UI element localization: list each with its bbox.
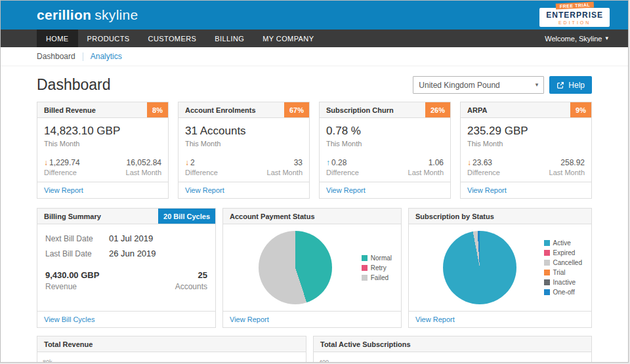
legend-item: Expired (544, 249, 582, 256)
kpi-diff-label: Difference (44, 169, 77, 176)
nav-item-products[interactable]: PRODUCTS (78, 30, 139, 47)
revenue-value: 9,430.00 GBP (45, 270, 99, 280)
legend-item: Cancelled (544, 259, 582, 266)
kpi-diff-label: Difference (467, 169, 500, 176)
total-active-subscriptions-card: Total Active Subscriptions 400 (313, 336, 592, 363)
last-bill-date-label: Last Bill Date (45, 249, 109, 258)
kpi-period: This Month (467, 140, 585, 148)
down-arrow-icon: ↓ (44, 158, 48, 167)
kpi-last-label: Last Month (408, 169, 444, 176)
y-axis-tick: 80k (43, 359, 52, 363)
kpi-value: 0.78 % (326, 125, 444, 138)
bill-cycles-badge: 20 Bill Cycles (158, 209, 215, 224)
nav-item-home[interactable]: HOME (37, 30, 78, 47)
view-report-link[interactable]: View Report (467, 186, 507, 194)
card-header: Subscription Churn 26% (320, 102, 450, 118)
kpi-last-value: 258.92 (560, 158, 585, 167)
view-report-link[interactable]: View Report (326, 186, 366, 194)
next-bill-date-label: Next Bill Date (45, 234, 109, 243)
kpi-percentage-badge: 9% (570, 102, 591, 117)
external-link-icon (556, 81, 564, 89)
card-title: Subscription by Status (415, 212, 494, 220)
accounts-label: Accounts (175, 282, 207, 291)
legend-swatch (544, 250, 550, 256)
legend-label: Failed (371, 274, 388, 281)
up-arrow-icon: ↑ (326, 158, 330, 167)
view-report-link[interactable]: View Report (185, 186, 224, 194)
legend-swatch (362, 275, 368, 281)
legend-item: Active (544, 239, 582, 247)
toolbar-controls: United Kingdom Pound ▾ Help (413, 76, 592, 94)
card-header: Total Active Subscriptions (314, 336, 591, 352)
legend-item: Trial (544, 269, 582, 276)
card-footer: View Bill Cycles (37, 311, 215, 327)
nav-item-my-company[interactable]: MY COMPANY (253, 30, 323, 47)
kpi-diff-value: 23.63 (472, 158, 492, 167)
legend-item: Failed (362, 274, 392, 281)
card-title: Billed Revenue (44, 106, 96, 114)
total-revenue-chart: 80k (37, 352, 306, 363)
kpi-last-value: 1.06 (429, 158, 444, 167)
view-bill-cycles-link[interactable]: View Bill Cycles (44, 315, 94, 323)
down-arrow-icon: ↓ (467, 158, 471, 167)
card-title: Total Revenue (44, 340, 93, 348)
user-menu[interactable]: Welcome, Skyline ▾ (545, 30, 628, 47)
card-title: ARPA (467, 106, 487, 114)
legend-swatch (544, 240, 550, 246)
legend-label: One-off (553, 289, 575, 296)
legend-item: One-off (544, 289, 582, 296)
edition-label: EDITION (546, 20, 603, 25)
kpi-last-label: Last Month (549, 169, 585, 176)
middle-row: Billing Summary 20 Bill Cycles Next Bill… (37, 208, 592, 328)
view-report-link[interactable]: View Report (230, 315, 269, 323)
app-header: cerillionskyline FREE TRIAL ENTERPRISE E… (1, 1, 628, 30)
card-header: Billing Summary 20 Bill Cycles (37, 209, 215, 224)
gridline (333, 362, 586, 363)
card-header: Account Enrolments 67% (178, 102, 309, 118)
gridline (56, 362, 301, 363)
card-header: Account Payment Status (223, 209, 401, 224)
main-nav: HOME PRODUCTS CUSTOMERS BILLING MY COMPA… (1, 30, 628, 47)
revenue-label: Revenue (45, 282, 99, 291)
edition-box: ENTERPRISE EDITION (539, 8, 610, 27)
view-report-link[interactable]: View Report (44, 186, 83, 194)
chevron-down-icon: ▾ (605, 35, 608, 41)
kpi-last-label: Last Month (126, 169, 161, 176)
view-report-link[interactable]: View Report (415, 315, 455, 323)
y-axis-tick: 400 (319, 359, 329, 363)
kpi-row: Billed Revenue 8% 14,823.10 GBP This Mon… (37, 102, 592, 199)
subnav-dashboard[interactable]: Dashboard (37, 52, 75, 61)
nav-item-customers[interactable]: CUSTOMERS (139, 30, 206, 47)
currency-select[interactable]: United Kingdom Pound ▾ (413, 76, 544, 94)
subnav-analytics[interactable]: Analytics (91, 52, 122, 61)
card-header: ARPA 9% (461, 102, 591, 118)
help-button-label: Help (568, 81, 585, 90)
kpi-period: This Month (185, 140, 303, 148)
card-footer: View Report (409, 311, 591, 327)
card-title: Account Payment Status (230, 212, 315, 220)
legend-swatch (544, 289, 550, 295)
nav-item-billing[interactable]: BILLING (205, 30, 253, 47)
kpi-last-value: 33 (294, 158, 303, 167)
logo-skyline: skyline (94, 7, 138, 22)
legend-swatch (362, 265, 368, 271)
logo[interactable]: cerillionskyline (37, 7, 138, 23)
legend-label: Normal (371, 254, 392, 262)
app-window: cerillionskyline FREE TRIAL ENTERPRISE E… (0, 0, 629, 363)
legend-label: Retry (371, 264, 387, 272)
kpi-value: 14,823.10 GBP (44, 125, 161, 138)
card-footer: View Report (320, 182, 450, 198)
card-footer: View Report (461, 182, 591, 198)
help-button[interactable]: Help (549, 76, 592, 94)
legend-label: Active (553, 239, 571, 247)
logo-cerillion: cerillion (37, 7, 91, 22)
kpi-card-account-enrolments: Account Enrolments 67% 31 Accounts This … (178, 102, 310, 199)
page-title: Dashboard (37, 76, 111, 94)
kpi-body: 14,823.10 GBP This Month ↓1,229.74 16,05… (37, 118, 168, 182)
kpi-body: 235.29 GBP This Month ↓23.63 258.92 Diff… (461, 118, 591, 182)
billing-summary-card: Billing Summary 20 Bill Cycles Next Bill… (37, 208, 216, 328)
legend-item: Retry (362, 264, 392, 272)
card-footer: View Report (223, 311, 401, 327)
card-footer: View Report (37, 182, 168, 198)
legend-label: Expired (553, 249, 576, 256)
